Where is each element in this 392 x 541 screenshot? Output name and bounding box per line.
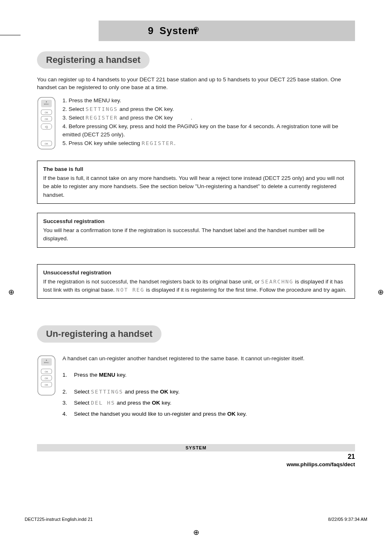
info-box-unsuccessful: Unsuccessful registration If the registr… — [37, 264, 355, 299]
imprint-file: DECT225-instruct English.indd 21 — [25, 517, 93, 522]
ustep-2: 2. Select SETTINGS and press the OK key. — [62, 386, 355, 397]
footer-url-row: www.philips.com/faqs/dect — [37, 461, 355, 467]
svg-text:OK: OK — [45, 118, 48, 120]
chapter-number: 9 — [148, 25, 154, 37]
steps-block: ▲ MENU OK OK •)) OK 1. Press the MENU ke… — [37, 97, 355, 152]
unregister-block: ▲ MENU OK OK OK A handset can un-registe… — [37, 355, 355, 419]
ustep-1: 1. Press the MENU key. — [62, 369, 355, 380]
lcd-register-2: REGISTER — [142, 140, 174, 146]
chapter-title: System — [159, 25, 197, 37]
box2-title: Successful registration — [43, 217, 349, 226]
box1-title: The base is full — [43, 165, 349, 173]
registration-mark-top: ⊕ — [193, 25, 199, 34]
svg-text:•)): •)) — [45, 125, 48, 129]
svg-text:OK: OK — [45, 111, 48, 114]
lcd-searchng: SEARCHNG — [261, 279, 294, 285]
info-box-success: Successful registration You will hear a … — [37, 213, 355, 248]
step-4: 4. Before pressing OK key, press and hol… — [62, 122, 355, 140]
svg-text:OK: OK — [45, 377, 48, 380]
box3-body: If the registration is not successful, t… — [43, 278, 349, 295]
step-lines: 1. Press the MENU key. 2. Select SETTING… — [62, 97, 355, 148]
svg-text:▲: ▲ — [46, 100, 48, 103]
unregister-steps: 1. Press the MENU key. 2. Select SETTING… — [62, 369, 355, 419]
section2-intro: A handset can un-register another handse… — [62, 355, 355, 363]
footer-url: www.philips.com/faqs/dect — [287, 461, 355, 467]
registration-mark-right: ⊕ — [378, 288, 384, 297]
handset-icon-2: ▲ MENU OK OK OK — [37, 355, 56, 398]
footer-under: 21 — [37, 453, 355, 460]
step-3: 3. Select REGISTER and press the OK key … — [62, 114, 355, 122]
page: ⊕ ⊕ ⊕ 9 System Registering a handset You… — [0, 21, 392, 513]
imprint-date: 8/22/05 9:37:34 AM — [328, 517, 367, 522]
page-number: 21 — [348, 453, 355, 460]
footer-label: SYSTEM — [185, 445, 206, 450]
box3-title: Unsuccessful registration — [43, 269, 349, 277]
svg-text:OK: OK — [45, 371, 48, 373]
footer-stripe: SYSTEM — [37, 444, 355, 451]
crop-mark — [0, 35, 21, 36]
lcd-notreg: NOT REG — [116, 287, 145, 293]
svg-text:MENU: MENU — [44, 103, 49, 105]
footer: SYSTEM 21 www.philips.com/faqs/dect — [37, 444, 355, 467]
section1-intro: You can register up to 4 handsets to you… — [37, 76, 355, 92]
lcd-delhs: DEL HS — [91, 400, 115, 406]
info-box-base-full: The base is full If the base is full, it… — [37, 161, 355, 204]
lcd-register: REGISTER — [85, 115, 118, 121]
box2-body: You will hear a confirmation tone if the… — [43, 226, 349, 243]
svg-text:MENU: MENU — [44, 361, 49, 364]
svg-text:OK: OK — [45, 384, 48, 386]
step-2: 2. Select SETTINGS and press the OK key. — [62, 105, 355, 114]
step-1: 1. Press the MENU key. — [62, 97, 355, 105]
section-heading-unregistering: Un-registering a handset — [37, 325, 161, 343]
ustep-3: 3. Select DEL HS and press the OK key. — [62, 397, 355, 408]
ustep-4: 4. Select the handset you would like to … — [62, 408, 355, 419]
lcd-settings-2: SETTINGS — [91, 389, 123, 395]
box1-body: If the base is full, it cannot take on a… — [43, 174, 349, 199]
handset-icon: ▲ MENU OK OK •)) OK — [37, 97, 56, 152]
lcd-settings: SETTINGS — [85, 106, 118, 112]
section-heading-registering: Registering a handset — [37, 51, 150, 69]
step-5: 5. Press OK key while selecting REGISTER… — [62, 139, 355, 148]
registration-mark-left: ⊕ — [8, 288, 14, 297]
svg-text:▲: ▲ — [46, 359, 48, 361]
imprint: DECT225-instruct English.indd 21 8/22/05… — [0, 513, 392, 522]
svg-text:OK: OK — [45, 143, 48, 145]
chapter-bar: 9 System — [99, 21, 355, 41]
unregister-content: A handset can un-register another handse… — [62, 355, 355, 419]
